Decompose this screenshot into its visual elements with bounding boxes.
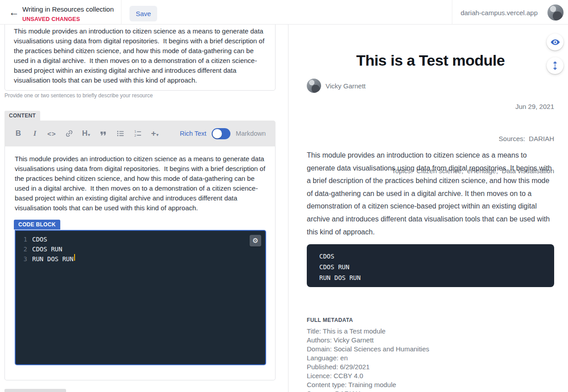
metadata-row: Title: This is a Test module: [307, 327, 429, 336]
bold-icon: B: [16, 129, 21, 138]
italic-icon: I: [33, 129, 37, 138]
user-avatar[interactable]: [547, 4, 564, 21]
unsaved-changes-status: UNSAVED CHANGES: [22, 16, 80, 22]
bold-button[interactable]: B: [14, 128, 22, 139]
quote-icon: [99, 129, 108, 138]
preview-code-line: CDOS: [319, 251, 542, 262]
content-field-label: CONTENT: [4, 111, 40, 121]
description-field[interactable]: This module provides an introduction to …: [4, 21, 276, 91]
metadata-row: Authors: Vicky Garnett: [307, 336, 429, 345]
code-line: 1 CDOS: [16, 234, 265, 244]
preview-title: This is a Test module: [307, 52, 554, 69]
full-metadata-heading: FULL METADATA: [307, 317, 353, 323]
markdown-mode-label[interactable]: Markdown: [236, 130, 266, 137]
metadata-row: Content type: Training module: [307, 380, 429, 389]
collection-title: Writing in Resources collection: [22, 5, 114, 13]
toggle-knob: [213, 129, 222, 138]
editor-pane: This module provides an introduction to …: [0, 25, 288, 392]
line-number: 2: [16, 244, 27, 254]
save-button[interactable]: Save: [129, 6, 157, 21]
sources-line: Sources: DARIAH: [367, 133, 554, 144]
richtext-toolbar: B I <> H▾ 12 +▾ Rich Text: [4, 121, 276, 146]
code-text: CDOS: [32, 234, 47, 244]
svg-text:1: 1: [134, 129, 136, 133]
topbar-divider: [121, 0, 121, 25]
numbered-list-button[interactable]: 12: [134, 128, 142, 139]
quote-button[interactable]: [99, 128, 108, 139]
description-hint: Provide one or two sentences to briefly …: [4, 92, 153, 99]
plus-icon: +: [151, 129, 156, 138]
metadata-row: Domain: Social Sciences and Humanities: [307, 345, 429, 354]
line-number: 1: [16, 234, 27, 244]
code-settings-button[interactable]: ⚙: [250, 235, 261, 246]
code-line: 2 CDOS RUN: [16, 244, 265, 254]
rich-text-mode-label[interactable]: Rich Text: [180, 130, 206, 137]
code-block-label: CODE BLOCK: [14, 220, 60, 229]
code-button[interactable]: <>: [47, 128, 56, 139]
author-name: Vicky Garnett: [326, 82, 366, 90]
svg-text:2: 2: [134, 133, 136, 138]
code-text: CDOS RUN: [32, 244, 62, 254]
line-number: 3: [16, 254, 27, 264]
link-icon: [65, 129, 74, 138]
chevron-down-icon: ▾: [156, 133, 159, 137]
mode-switch: Rich Text Markdown: [180, 128, 266, 139]
preview-body: This module provides an introduction to …: [307, 149, 555, 238]
code-icon: <>: [47, 130, 56, 138]
back-arrow-icon: ←: [9, 6, 19, 18]
numbered-list-icon: 12: [134, 129, 142, 138]
app-topbar: ← Writing in Resources collection UNSAVE…: [0, 0, 568, 25]
heading-icon: H: [82, 129, 88, 138]
next-field-tab: [4, 389, 66, 392]
toggle-preview-button[interactable]: [547, 33, 564, 50]
text-cursor: [74, 254, 75, 261]
content-editor-text: This module provides an introduction to …: [15, 154, 267, 213]
gear-icon: ⚙: [252, 238, 258, 244]
bulleted-list-button[interactable]: [116, 128, 125, 139]
code-block-editor[interactable]: 1 CDOS 2 CDOS RUN 3 RUN DOS RUN ⚙: [15, 230, 266, 365]
description-value: This module provides an introduction to …: [14, 26, 269, 85]
author-avatar: [307, 79, 321, 93]
code-line: 3 RUN DOS RUN: [16, 254, 265, 264]
italic-button[interactable]: I: [31, 128, 39, 139]
preview-code-line: CDOS RUN: [319, 262, 542, 272]
preview-pane: This is a Test module Vicky Garnett Jun …: [288, 25, 568, 392]
full-metadata-list: Title: This is a Test module Authors: Vi…: [307, 327, 429, 392]
metadata-row: Language: en: [307, 354, 429, 363]
code-text: RUN DOS RUN: [32, 254, 74, 264]
content-editor[interactable]: This module provides an introduction to …: [4, 146, 276, 380]
back-button[interactable]: ←: [5, 4, 22, 21]
preview-code-block: CDOS CDOS RUN RUN DOS RUN: [307, 244, 554, 287]
heading-button[interactable]: H▾: [82, 128, 90, 139]
eye-icon: [550, 37, 560, 47]
site-link[interactable]: dariah-campus.vercel.app: [460, 9, 538, 17]
preview-code-line: RUN DOS RUN: [319, 272, 542, 283]
metadata-row: Sources: DARIAH: [307, 389, 429, 392]
mode-toggle[interactable]: [212, 128, 230, 139]
link-button[interactable]: [65, 128, 74, 139]
bulleted-list-icon: [116, 129, 125, 138]
chevron-down-icon: ▾: [88, 133, 90, 137]
add-component-button[interactable]: +▾: [151, 128, 159, 139]
topbar-divider: [452, 0, 452, 25]
toolbar-buttons: B I <> H▾ 12 +▾: [14, 128, 159, 139]
publish-date: Jun 29, 2021: [367, 101, 554, 112]
metadata-row: Published: 6/29/2021: [307, 363, 429, 371]
metadata-row: Licence: CCBY 4.0: [307, 371, 429, 380]
